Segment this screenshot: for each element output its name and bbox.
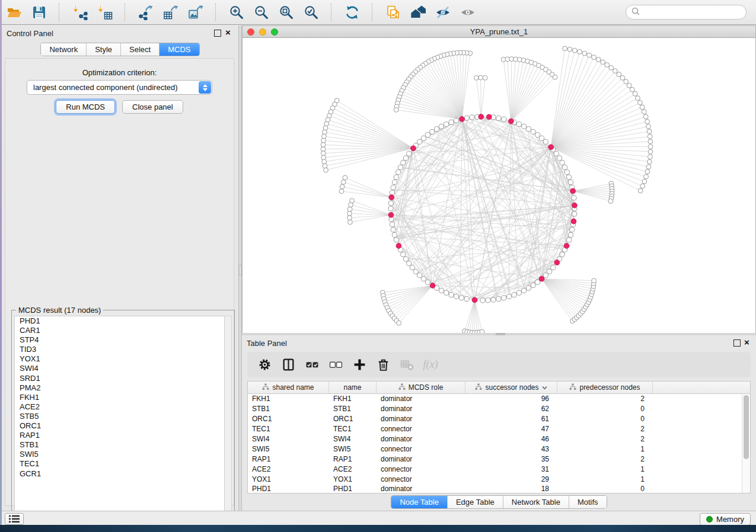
zoom-in-icon[interactable] bbox=[228, 4, 244, 20]
cell-predecessor-nodes: 2 bbox=[557, 395, 653, 403]
tab-network[interactable]: Network bbox=[41, 43, 86, 56]
column-header-predecessor-nodes[interactable]: predecessor nodes bbox=[557, 382, 653, 393]
table-row[interactable]: TEC1TEC1connector472 bbox=[248, 424, 750, 434]
cell-name: STB1 bbox=[329, 405, 377, 413]
network-window-titlebar[interactable]: YPA_prune.txt_1 bbox=[243, 26, 755, 38]
mcds-result-item[interactable]: STB1 bbox=[15, 440, 225, 450]
tab-style[interactable]: Style bbox=[86, 43, 120, 56]
table-row[interactable]: RAP1RAP1dominator352 bbox=[248, 454, 750, 464]
save-session-icon[interactable] bbox=[31, 4, 47, 20]
open-session-icon[interactable] bbox=[6, 4, 22, 20]
zoom-out-icon[interactable] bbox=[253, 4, 269, 20]
close-mcds-panel-button[interactable]: Close panel bbox=[122, 100, 183, 114]
table-settings-gear-icon[interactable] bbox=[257, 357, 272, 373]
network-title: YPA_prune.txt_1 bbox=[243, 27, 755, 36]
control-panel-tabs: NetworkStyleSelectMCDS bbox=[2, 43, 238, 56]
table-row[interactable]: STB1STB1dominator620 bbox=[248, 404, 750, 414]
mcds-result-item[interactable]: ORC1 bbox=[15, 421, 225, 431]
memory-status-icon bbox=[706, 516, 713, 523]
network-graph[interactable] bbox=[243, 38, 755, 333]
table-row[interactable]: ORC1ORC1dominator610 bbox=[248, 414, 750, 424]
mcds-result-item[interactable]: SRD1 bbox=[15, 374, 225, 383]
table-row[interactable]: ACE2ACE2connector311 bbox=[248, 464, 750, 474]
column-header-MCDS-role[interactable]: MCDS role bbox=[377, 382, 465, 393]
table-row[interactable]: SWI4SWI4dominator462 bbox=[248, 434, 750, 444]
mcds-result-item[interactable]: ACE2 bbox=[15, 402, 225, 412]
import-table-icon[interactable] bbox=[97, 4, 113, 20]
mcds-result-item[interactable]: TEC1 bbox=[15, 459, 225, 469]
mcds-result-item[interactable]: PMA2 bbox=[15, 383, 225, 393]
float-table-panel-button[interactable] bbox=[733, 339, 741, 347]
table-row[interactable]: PHD1PHD1dominator180 bbox=[248, 484, 750, 493]
mcds-result-item[interactable]: STB5 bbox=[15, 412, 225, 421]
table-row[interactable]: YOX1YOX1connector291 bbox=[248, 474, 750, 484]
cell-name: ORC1 bbox=[329, 415, 377, 423]
cell-name: RAP1 bbox=[329, 455, 377, 463]
zoom-fit-icon[interactable] bbox=[278, 4, 294, 20]
mcds-result-item[interactable]: TID3 bbox=[15, 345, 225, 354]
add-row-icon[interactable] bbox=[352, 357, 367, 373]
float-control-panel-button[interactable] bbox=[214, 30, 221, 37]
column-header-name[interactable]: name bbox=[329, 382, 377, 393]
table-row[interactable]: SWI5SWI5connector431 bbox=[248, 444, 750, 454]
mcds-result-item[interactable]: FKH1 bbox=[15, 393, 225, 402]
tab-select[interactable]: Select bbox=[120, 43, 159, 56]
tab-mcds[interactable]: MCDS bbox=[159, 43, 199, 56]
column-header-filler bbox=[653, 382, 741, 393]
mcds-result-item[interactable]: PHD1 bbox=[15, 316, 225, 326]
cell-shared-name: STB1 bbox=[248, 405, 329, 413]
select-all-checkboxes-icon[interactable] bbox=[304, 357, 320, 373]
cell-MCDS-role: connector bbox=[377, 475, 465, 483]
delete-row-icon[interactable] bbox=[375, 357, 391, 373]
mcds-result-item[interactable]: YOX1 bbox=[15, 354, 225, 364]
function-builder-disabled-icon[interactable]: f(x) bbox=[423, 357, 438, 373]
tab-network-table[interactable]: Network Table bbox=[503, 496, 569, 508]
hide-selected-icon[interactable] bbox=[435, 4, 451, 20]
mcds-result-item[interactable]: RAP1 bbox=[15, 431, 225, 440]
mcds-result-scrollbar[interactable] bbox=[224, 316, 232, 528]
optimization-criterion-select[interactable]: largest connected component (undirected) bbox=[27, 80, 212, 95]
toolbar-icon-group bbox=[6, 4, 476, 21]
table-row[interactable]: FKH1FKH1dominator962 bbox=[248, 394, 750, 404]
vertical-splitter-grip[interactable] bbox=[239, 265, 241, 275]
close-control-panel-button[interactable]: × bbox=[225, 27, 231, 38]
export-image-icon[interactable] bbox=[187, 4, 203, 20]
mcds-result-title: MCDS result (17 nodes) bbox=[16, 306, 103, 315]
toggle-column-icon[interactable] bbox=[280, 357, 296, 373]
show-selected-icon[interactable] bbox=[460, 4, 476, 20]
network-canvas[interactable] bbox=[243, 38, 755, 333]
tab-node-table[interactable]: Node Table bbox=[391, 496, 447, 508]
table-scrollbar-thumb[interactable] bbox=[744, 395, 749, 459]
table-scrollbar[interactable] bbox=[742, 394, 750, 493]
run-mcds-button[interactable]: Run MCDS bbox=[56, 100, 115, 114]
delete-column-disabled-icon[interactable] bbox=[399, 357, 414, 373]
status-bar: Memory bbox=[0, 511, 756, 525]
export-table-icon[interactable] bbox=[162, 4, 178, 20]
clone-network-icon[interactable] bbox=[385, 4, 401, 20]
column-header-shared-name[interactable]: shared name bbox=[248, 382, 329, 393]
column-header-successor-nodes[interactable]: successor nodes bbox=[465, 382, 557, 393]
memory-button[interactable]: Memory bbox=[700, 513, 751, 525]
mcds-result-item[interactable]: SWI5 bbox=[15, 450, 225, 459]
network-list-button[interactable] bbox=[5, 513, 24, 525]
mcds-result-item[interactable]: STP4 bbox=[15, 335, 225, 345]
mcds-result-item[interactable]: GCR1 bbox=[15, 469, 225, 479]
cell-predecessor-nodes: 2 bbox=[557, 455, 653, 463]
mcds-result-list[interactable]: PHD1CAR1STP4TID3YOX1SWI4SRD1PMA2FKH1ACE2… bbox=[14, 316, 225, 528]
search-box[interactable] bbox=[626, 5, 747, 20]
toolbar-separator bbox=[331, 4, 332, 21]
mcds-result-item[interactable]: CAR1 bbox=[15, 326, 225, 335]
import-network-icon[interactable] bbox=[72, 4, 88, 20]
tab-motifs[interactable]: Motifs bbox=[569, 496, 607, 508]
column-menu-chevron-icon[interactable] bbox=[542, 383, 547, 392]
export-network-icon[interactable] bbox=[138, 4, 154, 20]
tab-edge-table[interactable]: Edge Table bbox=[447, 496, 503, 508]
close-table-panel-button[interactable]: × bbox=[744, 337, 749, 348]
show-all-networks-icon[interactable] bbox=[410, 4, 426, 20]
search-input[interactable] bbox=[640, 7, 744, 17]
cell-shared-name: TEC1 bbox=[248, 425, 329, 433]
refresh-network-icon[interactable] bbox=[344, 4, 360, 20]
zoom-selected-icon[interactable] bbox=[303, 4, 319, 20]
deselect-all-checkboxes-icon[interactable] bbox=[328, 357, 343, 373]
mcds-result-item[interactable]: SWI4 bbox=[15, 364, 225, 373]
